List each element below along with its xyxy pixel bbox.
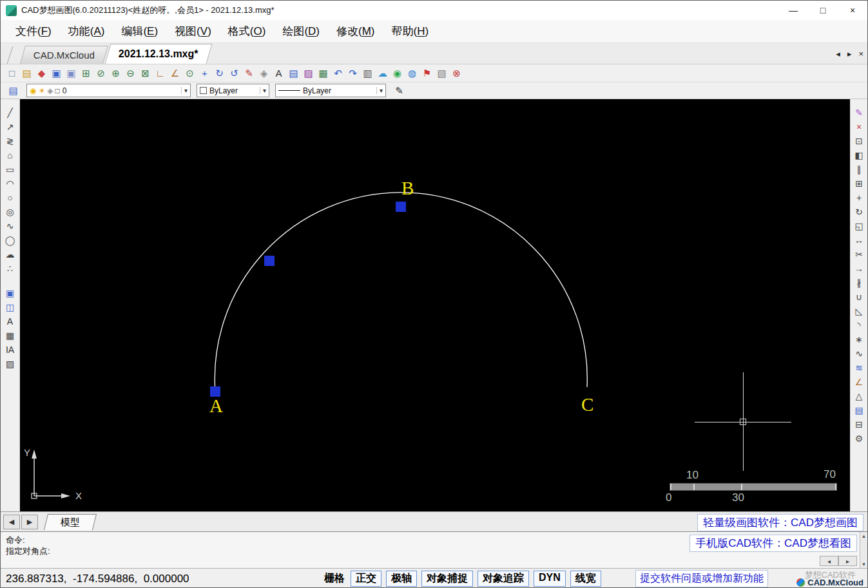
redo[interactable]: ↷ xyxy=(345,66,360,81)
osnap-settings[interactable]: ◈ xyxy=(256,66,271,81)
ray-tool[interactable]: ↗ xyxy=(3,120,18,134)
scroll-up-icon[interactable]: ▴ xyxy=(862,533,865,539)
toggle-lineweight[interactable]: 线宽 xyxy=(570,571,601,587)
zoom-window[interactable]: ⊞ xyxy=(79,66,93,81)
menu-help[interactable]: 帮助(H) xyxy=(383,21,438,41)
options-tool[interactable]: ⚙ xyxy=(851,432,867,446)
layers-tool[interactable]: ▤ xyxy=(851,403,867,417)
grip-point-mid[interactable] xyxy=(264,256,275,266)
polyline-tool[interactable]: ≷ xyxy=(3,134,18,148)
command-vscrollbar[interactable]: ▴ ▾ xyxy=(860,532,867,568)
polygon-tool[interactable]: ⌂ xyxy=(3,148,18,162)
menu-modify[interactable]: 修改(M) xyxy=(328,21,383,41)
move[interactable]: + xyxy=(851,191,867,205)
match-properties[interactable]: ≋ xyxy=(851,361,867,375)
toggle-polar[interactable]: 极轴 xyxy=(386,571,417,587)
tab-drawing-file[interactable]: 2021.12.13.mxg* xyxy=(105,44,213,64)
tab-scroll-left-icon[interactable]: ◂ xyxy=(836,49,840,59)
toggle-ortho[interactable]: 正交 xyxy=(351,571,381,587)
website[interactable]: ◉ xyxy=(390,66,405,81)
promo-link-viewer-app[interactable]: 手机版CAD软件：CAD梦想看图 xyxy=(690,535,857,552)
open-file[interactable]: ▤ xyxy=(19,66,34,81)
zoom-out[interactable]: ⊖ xyxy=(123,66,138,81)
block-create-tool[interactable]: ▣ xyxy=(3,286,18,300)
layout-prev-button[interactable]: ◀ xyxy=(3,515,20,529)
menu-view[interactable]: 视图(V) xyxy=(166,21,220,41)
regen[interactable]: ↺ xyxy=(227,66,242,81)
stretch[interactable]: ↔ xyxy=(851,233,867,247)
measure-angle[interactable]: ∠ xyxy=(168,66,182,81)
orbit[interactable]: ↻ xyxy=(212,66,227,81)
layer-panel-icon[interactable]: ▤ xyxy=(6,83,21,98)
lineweight-icon[interactable]: ✎ xyxy=(392,83,407,98)
tab-close-icon[interactable]: × xyxy=(858,49,863,59)
layout-next-button[interactable]: ▶ xyxy=(21,515,38,529)
break[interactable]: ∦ xyxy=(851,276,867,290)
save[interactable]: ▣ xyxy=(49,66,64,81)
pedit[interactable]: ∿ xyxy=(851,346,867,361)
scroll-right-icon[interactable]: ▸ xyxy=(838,556,857,566)
mirror[interactable]: ◧ xyxy=(851,148,867,162)
toggle-otrack[interactable]: 对象追踪 xyxy=(477,571,529,587)
cloud-open[interactable]: ◆ xyxy=(34,66,49,81)
menu-function[interactable]: 功能(A) xyxy=(60,21,113,41)
chamfer[interactable]: ◺ xyxy=(851,304,867,318)
help-doc[interactable]: ▧ xyxy=(434,66,449,81)
rectangle-tool[interactable]: ▭ xyxy=(3,162,18,176)
area-tool[interactable]: △ xyxy=(851,389,867,403)
scroll-left-icon[interactable]: ◂ xyxy=(820,556,838,566)
circle-tool[interactable]: ○ xyxy=(3,191,18,205)
menu-format[interactable]: 格式(O) xyxy=(220,21,275,41)
fillet[interactable]: ◝ xyxy=(851,318,867,332)
zoom-extents[interactable]: ⊠ xyxy=(138,66,153,81)
update-flag[interactable]: ⚑ xyxy=(420,66,434,81)
layer-combo[interactable]: ◉☀◈□ 0 ▾ xyxy=(26,84,191,97)
globe[interactable]: ◍ xyxy=(405,66,420,81)
maximize-button[interactable]: □ xyxy=(808,1,838,20)
scale[interactable]: ◱ xyxy=(851,219,867,233)
arc-tool[interactable]: ◠ xyxy=(3,176,18,191)
copy[interactable]: ⊡ xyxy=(851,134,867,148)
cloud-upload[interactable]: ☁ xyxy=(375,66,390,81)
block-insert-tool[interactable]: ◫ xyxy=(3,300,18,314)
trim[interactable]: ✂ xyxy=(851,247,867,261)
join[interactable]: ∪ xyxy=(851,290,867,304)
save-as[interactable]: ▣ xyxy=(64,66,79,81)
rotate[interactable]: ↻ xyxy=(851,205,867,219)
group-tool[interactable]: ⊟ xyxy=(851,417,867,432)
arc-entity[interactable] xyxy=(20,99,850,511)
draw-settings[interactable]: ✎ xyxy=(242,66,256,81)
promo-link-drawing-app[interactable]: 轻量级画图软件：CAD梦想画图 xyxy=(697,514,863,531)
zoom-previous[interactable]: ⊙ xyxy=(182,66,197,81)
donut-tool[interactable]: ◎ xyxy=(3,205,18,219)
dropdown-arrow-icon[interactable]: ▾ xyxy=(376,87,383,94)
point-tool[interactable]: ∴ xyxy=(3,261,18,276)
undo[interactable]: ↶ xyxy=(331,66,345,81)
revcloud-tool[interactable]: ☁ xyxy=(3,247,18,261)
measure-length[interactable]: ∟ xyxy=(153,66,168,81)
scroll-down-icon[interactable]: ▾ xyxy=(862,561,865,567)
text-style[interactable]: A xyxy=(271,66,286,81)
measure-tool[interactable]: ∠ xyxy=(851,375,867,389)
offset[interactable]: ∥ xyxy=(851,162,867,176)
grip-point-b[interactable] xyxy=(396,202,406,212)
image-insert[interactable]: ▦ xyxy=(316,66,331,81)
new-file[interactable]: □ xyxy=(5,66,19,81)
line-tool[interactable]: ╱ xyxy=(3,106,18,120)
explode[interactable]: ∗ xyxy=(851,332,867,346)
ellipse-tool[interactable]: ◯ xyxy=(3,233,18,247)
command-line-panel[interactable]: 命令: 指定对角点: 手机版CAD软件：CAD梦想看图 ◂ ▸ ▴ ▾ xyxy=(1,531,867,568)
toggle-grid[interactable]: 栅格 xyxy=(323,571,346,587)
dropdown-arrow-icon[interactable]: ▾ xyxy=(260,87,266,94)
mtext-tool[interactable]: IA xyxy=(3,343,18,357)
text-tool[interactable]: A xyxy=(3,314,18,328)
close-button[interactable]: × xyxy=(838,1,867,20)
pan[interactable]: + xyxy=(197,66,212,81)
menu-file[interactable]: 文件(F) xyxy=(7,21,60,41)
tab-cad-mxcloud[interactable]: CAD.MxCloud xyxy=(20,46,108,64)
array[interactable]: ⊞ xyxy=(851,176,867,191)
menu-edit[interactable]: 编辑(E) xyxy=(113,21,166,41)
exit-app[interactable]: ⊗ xyxy=(449,66,464,81)
zoom-dynamic[interactable]: ⊘ xyxy=(93,66,108,81)
print[interactable]: ▥ xyxy=(360,66,375,81)
